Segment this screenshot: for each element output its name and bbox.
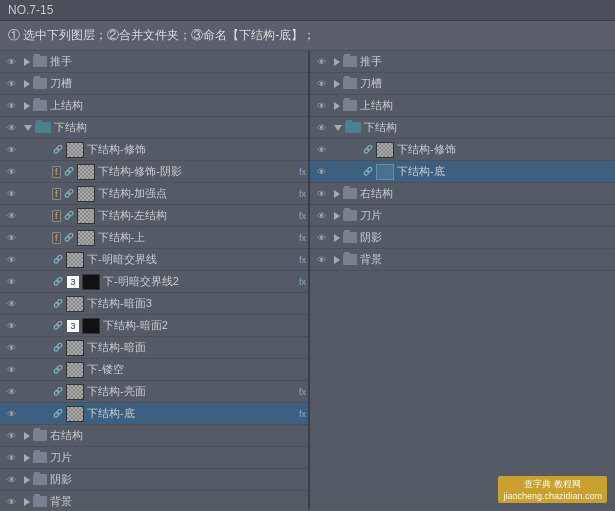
- layer-item[interactable]: 背景: [0, 491, 308, 510]
- layer-name: 下结构-底: [87, 406, 296, 421]
- layer-item[interactable]: f🔗下结构-修饰-阴影fx: [0, 161, 308, 183]
- eye-icon[interactable]: [2, 185, 20, 203]
- eye-icon[interactable]: [312, 75, 330, 93]
- arrow-down-icon[interactable]: [24, 125, 32, 131]
- layer-item[interactable]: 上结构: [0, 95, 308, 117]
- left-layer-list: 推手刀槽上结构下结构🔗下结构-修饰f🔗下结构-修饰-阴影fxf🔗下结构-加强点f…: [0, 51, 308, 510]
- layer-thumbnail: [376, 142, 394, 158]
- layer-item[interactable]: 阴影: [310, 227, 615, 249]
- layer-item[interactable]: 🔗3下-明暗交界线2fx: [0, 271, 308, 293]
- eye-icon[interactable]: [2, 427, 20, 445]
- layer-item[interactable]: 刀片: [0, 447, 308, 469]
- eye-icon[interactable]: [2, 471, 20, 489]
- layer-thumbnail: [82, 274, 100, 290]
- layer-item[interactable]: 🔗下结构-亮面fx: [0, 381, 308, 403]
- arrow-right-icon[interactable]: [334, 212, 340, 220]
- layer-item[interactable]: 🔗下结构-修饰: [0, 139, 308, 161]
- layer-item[interactable]: 🔗下结构-暗面3: [0, 293, 308, 315]
- link-icon: 🔗: [63, 165, 75, 179]
- link-icon: 🔗: [362, 165, 374, 179]
- layer-name: 背景: [50, 494, 306, 509]
- arrow-right-icon[interactable]: [334, 190, 340, 198]
- eye-icon[interactable]: [2, 229, 20, 247]
- layer-name: 下结构-暗面3: [87, 296, 306, 311]
- eye-icon[interactable]: [2, 251, 20, 269]
- eye-icon[interactable]: [2, 339, 20, 357]
- arrow-right-icon[interactable]: [24, 432, 30, 440]
- layer-item[interactable]: 🔗下结构-修饰: [310, 139, 615, 161]
- layer-name: 推手: [360, 54, 613, 69]
- layer-item[interactable]: 右结构: [310, 183, 615, 205]
- eye-icon[interactable]: [2, 493, 20, 511]
- eye-icon[interactable]: [312, 163, 330, 181]
- layer-item[interactable]: 右结构: [0, 425, 308, 447]
- eye-icon[interactable]: [2, 119, 20, 137]
- arrow-right-icon[interactable]: [24, 102, 30, 110]
- layer-item[interactable]: f🔗下结构-左结构fx: [0, 205, 308, 227]
- arrow-right-icon[interactable]: [334, 234, 340, 242]
- eye-icon[interactable]: [312, 229, 330, 247]
- link-icon: 🔗: [52, 363, 64, 377]
- eye-icon[interactable]: [2, 383, 20, 401]
- eye-icon[interactable]: [2, 317, 20, 335]
- eye-icon[interactable]: [2, 361, 20, 379]
- arrow-right-icon[interactable]: [334, 256, 340, 264]
- eye-icon[interactable]: [2, 273, 20, 291]
- instruction-text: ① 选中下列图层；②合并文件夹；③命名【下结构-底】；: [8, 28, 315, 42]
- eye-icon[interactable]: [2, 141, 20, 159]
- layer-item[interactable]: 上结构: [310, 95, 615, 117]
- folder-icon: [343, 188, 357, 199]
- layer-item[interactable]: f🔗下结构-加强点fx: [0, 183, 308, 205]
- layer-item[interactable]: 🔗下结构-暗面: [0, 337, 308, 359]
- eye-icon[interactable]: [2, 163, 20, 181]
- layer-item[interactable]: 推手: [310, 51, 615, 73]
- arrow-right-icon[interactable]: [24, 80, 30, 88]
- eye-icon[interactable]: [2, 53, 20, 71]
- layer-item[interactable]: 下结构: [310, 117, 615, 139]
- eye-icon[interactable]: [312, 207, 330, 225]
- layer-item[interactable]: 下结构: [0, 117, 308, 139]
- eye-icon[interactable]: [2, 405, 20, 423]
- layer-item[interactable]: 刀槽: [310, 73, 615, 95]
- eye-icon[interactable]: [2, 97, 20, 115]
- arrow-right-icon[interactable]: [334, 58, 340, 66]
- eye-icon[interactable]: [312, 185, 330, 203]
- layer-item[interactable]: 🔗下结构-底: [310, 161, 615, 183]
- layer-item[interactable]: 🔗3下结构-暗面2: [0, 315, 308, 337]
- eye-icon[interactable]: [312, 97, 330, 115]
- folder-icon: [343, 56, 357, 67]
- eye-icon[interactable]: [312, 53, 330, 71]
- link-icon: 🔗: [52, 319, 64, 333]
- layer-item[interactable]: f🔗下结构-上fx: [0, 227, 308, 249]
- arrow-right-icon[interactable]: [24, 476, 30, 484]
- arrow-down-icon[interactable]: [334, 125, 342, 131]
- fx-badge: fx: [299, 167, 306, 177]
- layer-item[interactable]: 刀片: [310, 205, 615, 227]
- layer-thumbnail: [66, 406, 84, 422]
- folder-icon: [343, 78, 357, 89]
- layer-item[interactable]: 背景: [310, 249, 615, 271]
- f-badge: f: [52, 166, 61, 178]
- layer-item[interactable]: 推手: [0, 51, 308, 73]
- layer-item[interactable]: 🔗下-明暗交界线fx: [0, 249, 308, 271]
- eye-icon[interactable]: [2, 207, 20, 225]
- arrow-right-icon[interactable]: [24, 454, 30, 462]
- link-icon: 🔗: [52, 385, 64, 399]
- eye-icon[interactable]: [312, 141, 330, 159]
- right-layer-list: 推手刀槽上结构下结构🔗下结构-修饰🔗下结构-底右结构刀片阴影背景: [310, 51, 615, 271]
- eye-icon[interactable]: [312, 251, 330, 269]
- eye-icon[interactable]: [2, 295, 20, 313]
- layer-item[interactable]: 🔗下结构-底fx: [0, 403, 308, 425]
- arrow-right-icon[interactable]: [334, 102, 340, 110]
- layer-name: 下结构-上: [98, 230, 296, 245]
- arrow-right-icon[interactable]: [24, 498, 30, 506]
- layer-item[interactable]: 阴影: [0, 469, 308, 491]
- arrow-right-icon[interactable]: [24, 58, 30, 66]
- eye-icon[interactable]: [2, 75, 20, 93]
- layer-item[interactable]: 刀槽: [0, 73, 308, 95]
- folder-icon: [343, 100, 357, 111]
- layer-item[interactable]: 🔗下-镂空: [0, 359, 308, 381]
- eye-icon[interactable]: [2, 449, 20, 467]
- arrow-right-icon[interactable]: [334, 80, 340, 88]
- eye-icon[interactable]: [312, 119, 330, 137]
